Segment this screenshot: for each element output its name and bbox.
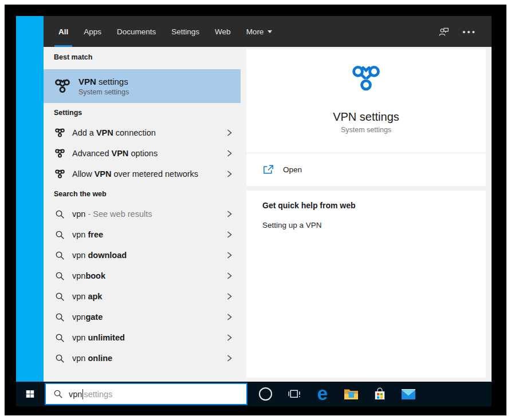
result-label: vpnbook: [72, 271, 105, 280]
store-icon[interactable]: [365, 382, 394, 406]
file-explorer-icon[interactable]: [337, 382, 365, 406]
header-actions: •••: [438, 26, 492, 38]
chevron-right-icon: [226, 353, 233, 363]
result-row[interactable]: Allow VPN over metered networks: [44, 164, 241, 184]
help-card: Get quick help from web Setting up a VPN: [246, 191, 486, 378]
result-text-part: over metered networks: [112, 169, 199, 179]
open-action[interactable]: Open: [246, 153, 486, 186]
result-text-part: download: [88, 251, 127, 260]
open-external-icon: [262, 164, 274, 176]
best-match-result[interactable]: VPN settingsSystem settings: [44, 69, 241, 103]
result-text-part: vpn: [72, 292, 88, 301]
result-row[interactable]: vpnbook: [44, 266, 241, 286]
vpn-icon: [350, 63, 382, 95]
search-header: AllAppsDocumentsSettingsWebMore •••: [44, 16, 492, 47]
preview-title: VPN settings: [246, 110, 486, 124]
tab-more[interactable]: More: [246, 16, 273, 47]
result-text-part: vpn: [72, 209, 85, 219]
chevron-right-icon: [226, 332, 233, 343]
chevron-right-icon: [226, 128, 233, 138]
result-label: vpn download: [72, 251, 127, 260]
caret-down-icon: [268, 30, 272, 33]
result-text-part: VPN: [95, 169, 112, 179]
search-icon: [54, 270, 65, 282]
tab-apps[interactable]: Apps: [84, 16, 101, 47]
result-label: vpn apk: [72, 292, 102, 301]
header-tabs: AllAppsDocumentsSettingsWebMore: [58, 16, 272, 47]
best-match-title: VPN settings: [78, 77, 129, 86]
vpn-icon: [53, 77, 72, 96]
taskbar-search-input[interactable]: vpn settings: [45, 383, 247, 405]
taskbar: vpn settings e: [16, 382, 492, 406]
result-text-part: online: [88, 354, 112, 363]
windows-start-icon[interactable]: [16, 382, 44, 406]
result-row[interactable]: vpngate: [44, 307, 241, 327]
chevron-right-icon: [226, 312, 233, 322]
result-label: vpngate: [72, 312, 103, 322]
text-cursor: [82, 389, 83, 399]
cortana-icon[interactable]: [251, 382, 280, 406]
result-label: vpn - See web results: [72, 209, 152, 219]
search-icon: [54, 332, 65, 343]
best-match-subtitle: System settings: [78, 88, 129, 96]
result-text-part: settings: [96, 77, 128, 86]
result-label: vpn free: [72, 230, 103, 239]
result-row[interactable]: Advanced VPN options: [44, 143, 241, 164]
result-row[interactable]: Add a VPN connection: [44, 122, 241, 143]
search-input-text: vpn settings: [69, 389, 112, 399]
tab-all[interactable]: All: [58, 16, 68, 47]
vpn-icon: [54, 127, 65, 138]
result-text-part: options: [128, 149, 158, 158]
result-text-part: unlimited: [88, 333, 124, 342]
chevron-right-icon: [226, 209, 233, 219]
search-suggestion-text: settings: [84, 390, 112, 399]
screen-frame: AllAppsDocumentsSettingsWebMore ••• Best…: [5, 5, 506, 415]
result-text-part: vpn: [72, 251, 88, 260]
best-match-text: VPN settingsSystem settings: [78, 77, 129, 96]
search-icon: [54, 291, 65, 302]
tab-web[interactable]: Web: [215, 16, 231, 47]
result-text-part: apk: [88, 292, 102, 301]
result-text-part: gate: [85, 312, 103, 322]
chevron-right-icon: [226, 229, 233, 240]
result-text-part: vpn: [72, 230, 88, 239]
taskbar-icons: e: [251, 382, 423, 406]
result-row[interactable]: vpn online: [44, 348, 241, 369]
search-icon: [54, 352, 65, 364]
result-text-part: vpn: [72, 354, 88, 363]
tab-settings[interactable]: Settings: [171, 16, 199, 47]
result-text-part: Allow: [72, 169, 95, 179]
tab-documents[interactable]: Documents: [117, 16, 156, 47]
search-icon: [54, 249, 65, 261]
result-text-part: Add a: [72, 128, 96, 137]
result-row[interactable]: vpn apk: [44, 286, 241, 307]
help-link[interactable]: Setting up a VPN: [262, 221, 470, 229]
search-icon: [54, 208, 65, 220]
help-heading: Get quick help from web: [262, 201, 470, 210]
feedback-icon[interactable]: [438, 26, 450, 38]
result-label: Allow VPN over metered networks: [72, 169, 198, 179]
result-row[interactable]: vpn - See web results: [44, 204, 241, 224]
result-text-part: vpn: [72, 333, 88, 342]
preview-card: VPN settings System settings Open: [246, 49, 486, 186]
result-text-part: VPN: [112, 149, 129, 158]
result-label: Advanced VPN options: [72, 149, 158, 158]
chevron-right-icon: [226, 169, 233, 179]
mail-icon[interactable]: [394, 382, 423, 406]
result-text-part: free: [88, 230, 103, 239]
result-row[interactable]: vpn download: [44, 245, 241, 266]
chevron-right-icon: [226, 291, 233, 302]
edge-icon[interactable]: e: [308, 382, 337, 406]
result-text-part: book: [85, 271, 105, 280]
result-text-part: - See web results: [85, 209, 152, 219]
result-label: vpn online: [72, 354, 112, 363]
task-view-icon[interactable]: [280, 382, 308, 406]
result-row[interactable]: vpn free: [44, 224, 241, 245]
result-row[interactable]: vpn unlimited: [44, 327, 241, 348]
ellipsis-icon[interactable]: •••: [462, 27, 477, 36]
search-icon: [54, 311, 65, 323]
search-typed-text: vpn: [69, 390, 82, 399]
section-title-settings: Settings: [44, 103, 241, 122]
open-label: Open: [283, 165, 302, 174]
result-text-part: vpn: [72, 271, 85, 280]
